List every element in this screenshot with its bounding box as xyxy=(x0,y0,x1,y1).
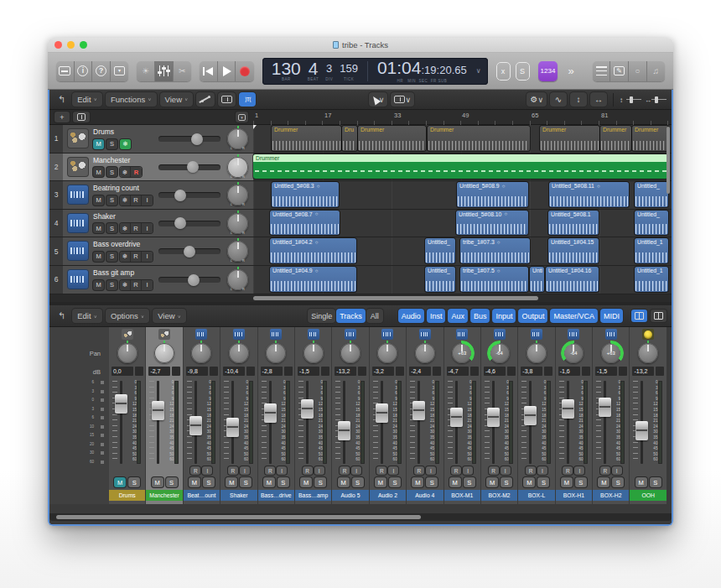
solo-button[interactable]: S xyxy=(106,280,117,290)
add-track-button[interactable]: + xyxy=(54,112,70,122)
channel-strip[interactable]: +63-1,503691215182124303540455060RIMSBOX… xyxy=(593,327,630,504)
fader-cap[interactable] xyxy=(226,418,239,437)
solo-button[interactable]: S xyxy=(106,167,117,177)
automation-button[interactable] xyxy=(196,92,215,107)
channel-name[interactable]: BOX-M1 xyxy=(444,490,480,501)
filter-button-audio[interactable]: Audio xyxy=(398,309,424,323)
record-enable-button[interactable]: R xyxy=(376,466,386,475)
input-monitor-button[interactable]: I xyxy=(426,466,436,475)
volume-slider-knob[interactable] xyxy=(184,246,195,258)
channel-fader[interactable]: 03691215182124303540455060 xyxy=(593,379,629,466)
volume-slider[interactable] xyxy=(158,136,220,142)
db-value[interactable]: -1,6 xyxy=(558,367,580,376)
region[interactable]: Untitled_5#08.7○ xyxy=(270,211,340,236)
lcd-display[interactable]: 130BAR 4BEAT 3DIV 159TICK 01:04:19:20.65… xyxy=(262,58,488,85)
channel-pan-knob[interactable] xyxy=(377,343,397,363)
channel-fader[interactable]: 03691215182124303540455060 xyxy=(184,379,220,466)
mute-button[interactable]: M xyxy=(114,477,126,487)
db-value[interactable]: -1,5 xyxy=(298,367,319,376)
fader-cap[interactable] xyxy=(301,399,314,419)
pan-knob[interactable]: LR xyxy=(227,213,248,234)
mixer-menu-view[interactable]: View∨ xyxy=(153,309,186,323)
region[interactable]: Untitled_1#04.9○ xyxy=(270,267,356,292)
fader-cap[interactable] xyxy=(450,408,463,427)
region[interactable]: Untitled_5#08.11○ xyxy=(549,182,629,207)
channel-name[interactable]: BOX-H1 xyxy=(556,490,592,501)
input-monitor-button[interactable]: I xyxy=(202,466,212,475)
volume-slider[interactable] xyxy=(158,221,220,226)
region[interactable]: Drummer xyxy=(358,126,426,151)
channel-fader[interactable]: 03691215182124303540455060 xyxy=(481,379,517,466)
record-enable-button[interactable]: R xyxy=(131,223,142,233)
region[interactable]: Untitled_1#04.2○ xyxy=(270,238,356,263)
smart-controls-button[interactable]: ☀ xyxy=(137,61,155,81)
filter-button-output[interactable]: Output xyxy=(518,309,547,323)
channel-pan-knob[interactable] xyxy=(303,343,324,363)
freeze-button[interactable]: ❄ xyxy=(120,167,131,177)
region[interactable]: Untitled_5#08.9○ xyxy=(457,182,528,207)
input-monitor-button[interactable]: I xyxy=(351,466,361,475)
record-button[interactable] xyxy=(236,61,253,81)
fader-cap[interactable] xyxy=(412,401,425,420)
channel-strip[interactable]: -10,403691215182124303540455060RIMSShake… xyxy=(220,327,257,504)
channel-fader[interactable]: 03691215182124303540455060 xyxy=(109,379,145,466)
region[interactable]: Untitled_1 xyxy=(635,267,668,292)
mute-button[interactable]: M xyxy=(93,223,104,233)
channel-name[interactable]: Shaker xyxy=(220,490,257,501)
channel-strip[interactable]: +63-4,703691215182124303540455060RIMSBOX… xyxy=(444,327,481,504)
channel-strip[interactable]: -2,803691215182124303540455060RIMSBass…d… xyxy=(258,327,295,504)
solo-button[interactable]: S xyxy=(278,477,289,487)
channel-fader[interactable]: 03691215182124303540455060 xyxy=(407,379,443,466)
pan-knob[interactable]: LR xyxy=(227,241,248,262)
channel-fader[interactable]: 03691215182124303540455060 xyxy=(258,379,294,466)
mute-button[interactable]: M xyxy=(93,167,104,177)
channel-pan-knob[interactable]: +63 xyxy=(601,343,621,363)
record-enable-button[interactable]: R xyxy=(600,466,610,475)
editors-button[interactable]: ✂ xyxy=(174,61,191,81)
record-enable-button[interactable]: R xyxy=(131,252,142,262)
db-value[interactable]: -2,7 xyxy=(148,367,170,376)
volume-slider-knob[interactable] xyxy=(174,190,186,201)
tracks-menu-functions[interactable]: Functions∨ xyxy=(106,92,157,107)
region[interactable]: Drummer xyxy=(540,126,599,151)
mute-button[interactable]: M xyxy=(263,477,275,487)
region[interactable]: Unti xyxy=(530,267,544,292)
record-enable-button[interactable]: R xyxy=(414,466,424,475)
record-enable-button[interactable]: R xyxy=(489,466,499,475)
pan-knob[interactable]: LR xyxy=(227,157,248,178)
channel-fader[interactable]: 03691215182124303540455060 xyxy=(146,379,182,466)
fader-cap[interactable] xyxy=(338,421,350,440)
filter-button-mastervca[interactable]: Master/VCA xyxy=(550,309,598,323)
solo-button[interactable]: S xyxy=(203,477,215,487)
filter-button-midi[interactable]: MIDI xyxy=(600,309,623,323)
vertical-zoom-button[interactable]: ↕ xyxy=(570,92,587,107)
region[interactable]: Drummer xyxy=(428,126,530,151)
flex-button[interactable] xyxy=(218,92,236,107)
record-enable-button[interactable]: R xyxy=(131,167,142,177)
track-header-config-button[interactable]: ▾ xyxy=(236,112,248,122)
region[interactable]: Drummer xyxy=(600,126,631,151)
loop-browser-button[interactable]: ○ xyxy=(629,61,647,81)
db-value[interactable]: -9,8 xyxy=(186,367,208,376)
channel-name[interactable]: Beat…ount xyxy=(184,490,220,501)
vertical-zoom-slider[interactable]: ↕ xyxy=(620,95,641,105)
record-enable-button[interactable]: R xyxy=(190,466,200,475)
volume-slider[interactable] xyxy=(158,277,220,283)
record-enable-button[interactable]: R xyxy=(451,466,461,475)
mute-button[interactable]: M xyxy=(93,252,104,262)
solo-button[interactable]: S xyxy=(106,139,117,149)
track-lane[interactable]: Untitled_1#04.2○Untitled_tribe_1#07.3○Un… xyxy=(253,237,668,265)
solo-button[interactable]: S xyxy=(650,477,661,487)
track-lane[interactable]: Untitled_5#08.7○Untitled_5#08.10○Untitle… xyxy=(253,210,668,237)
mute-button[interactable]: M xyxy=(375,477,386,487)
mixer-hscroll-thumb[interactable] xyxy=(56,515,421,519)
freeze-button[interactable]: ❄ xyxy=(120,195,131,206)
channel-pan-knob[interactable]: -64 xyxy=(563,343,584,363)
channel-pan-knob[interactable] xyxy=(415,343,435,363)
fader-cap[interactable] xyxy=(376,403,388,423)
mute-button[interactable]: M xyxy=(226,477,237,487)
autopunch-button[interactable]: x xyxy=(496,62,511,81)
input-monitor-button[interactable]: I xyxy=(142,252,153,262)
channel-strip[interactable]: 0,003691215182124303540455060MSDrums xyxy=(109,327,146,504)
toolbar-toggle-button[interactable]: ▾ xyxy=(111,61,128,81)
